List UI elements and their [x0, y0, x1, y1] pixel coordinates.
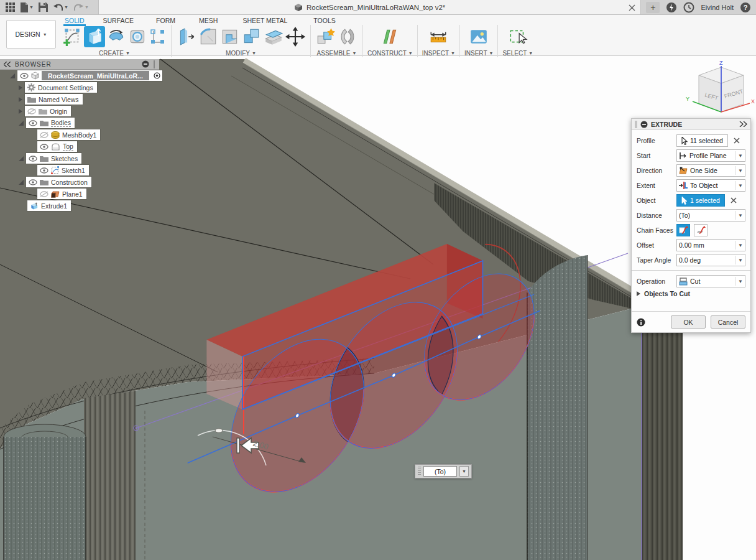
hole-tool-icon[interactable]: [127, 26, 149, 47]
job-status-icon[interactable]: [683, 2, 694, 13]
distance-input[interactable]: (To) ▼: [676, 209, 745, 222]
mesh-cylinder-left[interactable]: [4, 424, 86, 560]
tab-tools[interactable]: TOOLS: [311, 17, 338, 24]
distance-caret-icon[interactable]: ▼: [735, 211, 743, 220]
group-inspect-label[interactable]: INSPECT▼: [422, 50, 455, 57]
combine-icon[interactable]: [241, 26, 262, 47]
object-clear-icon[interactable]: [731, 195, 737, 206]
eye-icon[interactable]: [29, 156, 37, 162]
extensions-icon[interactable]: [666, 2, 677, 13]
revolve-tool-icon[interactable]: [106, 26, 127, 47]
eye-icon[interactable]: [29, 179, 37, 185]
offset-input[interactable]: 0.00 mm ▼: [676, 239, 745, 251]
pattern-tool-icon[interactable]: [149, 28, 167, 45]
file-new-icon[interactable]: ▼: [18, 1, 35, 14]
group-modify-label[interactable]: MODIFY▼: [226, 50, 256, 57]
expand-triangle-icon[interactable]: [10, 73, 15, 78]
tab-form[interactable]: FORM: [154, 17, 178, 24]
expand-triangle-icon[interactable]: [19, 121, 24, 126]
activate-component-radio[interactable]: [152, 71, 162, 80]
redo-icon[interactable]: ▼: [71, 2, 91, 13]
browser-row-sketches[interactable]: Sketches: [0, 152, 159, 164]
tab-mesh[interactable]: MESH: [196, 17, 220, 24]
move-copy-icon[interactable]: [285, 26, 306, 47]
press-pull-icon[interactable]: [176, 26, 197, 47]
operation-caret-icon[interactable]: ▼: [735, 277, 743, 286]
new-component-icon[interactable]: [315, 26, 336, 47]
offset-face-icon[interactable]: [263, 26, 284, 47]
cancel-button[interactable]: Cancel: [711, 315, 745, 329]
group-select-label[interactable]: SELECT▼: [502, 50, 533, 57]
group-construct-label[interactable]: CONSTRUCT▼: [367, 50, 413, 57]
browser-row-origin[interactable]: Origin: [0, 105, 159, 117]
fillet-icon[interactable]: [198, 26, 219, 47]
profile-clear-icon[interactable]: [734, 135, 740, 146]
taper-angle-input[interactable]: 0.0 deg ▼: [676, 254, 745, 266]
measure-icon[interactable]: [428, 26, 449, 47]
joint-icon[interactable]: [337, 26, 358, 47]
extent-select[interactable]: To Object ▼: [676, 179, 745, 192]
eye-off-icon[interactable]: [40, 132, 48, 138]
operation-select[interactable]: Cut ▼: [676, 275, 745, 287]
document-tab[interactable]: RocketScream_MiniUltraLoRaWAN_top v2*: [98, 0, 641, 14]
distance-dropdown-icon[interactable]: ▼: [459, 466, 469, 477]
tab-sheet-metal[interactable]: SHEET METAL: [240, 17, 290, 24]
construction-plane-tool-icon[interactable]: [379, 26, 400, 47]
browser-row-root[interactable]: RocketScream_MiniUltraLoR...: [0, 70, 159, 82]
section-collapsed-triangle-icon[interactable]: [637, 291, 640, 296]
new-tab-icon[interactable]: +: [646, 2, 660, 13]
browser-row-sketch1[interactable]: Sketch1: [0, 164, 159, 176]
browser-row-plane1[interactable]: Plane1: [0, 188, 159, 200]
chain-faces-on-toggle[interactable]: [676, 224, 690, 236]
floating-distance-input[interactable]: ▼: [415, 464, 472, 478]
browser-row-construction[interactable]: Construction: [0, 176, 159, 188]
eye-icon[interactable]: [40, 144, 48, 150]
eye-icon[interactable]: [29, 120, 37, 126]
workspace-switcher[interactable]: DESIGN ▼: [6, 20, 56, 49]
collapsed-triangle-icon[interactable]: [19, 97, 22, 102]
taper-caret-icon[interactable]: ▼: [735, 256, 743, 264]
start-select[interactable]: Profile Plane ▼: [676, 149, 745, 162]
browser-row-top-body[interactable]: Top: [0, 141, 159, 152]
direction-select[interactable]: One Side ▼: [676, 164, 745, 177]
undo-caret-icon[interactable]: ▼: [64, 5, 68, 9]
chain-faces-off-toggle[interactable]: [694, 224, 708, 236]
undo-icon[interactable]: ▼: [51, 2, 70, 13]
user-name[interactable]: Eivind Holt: [701, 4, 734, 11]
ok-button[interactable]: OK: [671, 315, 706, 329]
save-icon[interactable]: [37, 1, 50, 13]
extrude-tool-icon[interactable]: [84, 26, 105, 47]
insert-image-icon[interactable]: [468, 26, 489, 47]
browser-row-document-settings[interactable]: Document Settings: [0, 82, 159, 93]
panel-resize-handle[interactable]: [153, 60, 155, 68]
shell-icon[interactable]: [219, 26, 241, 47]
browser-visibility-icon[interactable]: [142, 60, 149, 68]
browser-row-bodies[interactable]: Bodies: [0, 117, 159, 129]
app-grid-icon[interactable]: [4, 1, 17, 13]
browser-header[interactable]: BROWSER: [0, 59, 159, 70]
browser-row-meshbody1[interactable]: MeshBody1: [0, 129, 159, 141]
expand-triangle-icon[interactable]: [19, 156, 24, 161]
eye-icon[interactable]: [40, 167, 48, 174]
tab-surface[interactable]: SURFACE: [101, 17, 137, 24]
profile-selected-button[interactable]: 11 selected: [676, 134, 728, 147]
dialog-expand-icon[interactable]: [739, 121, 747, 127]
mesh-column-right[interactable]: [527, 255, 588, 560]
drag-grip-icon[interactable]: [418, 467, 421, 476]
browser-row-named-views[interactable]: Named Views: [0, 93, 159, 105]
group-create-label[interactable]: CREATE▼: [99, 50, 130, 57]
group-insert-label[interactable]: INSERT▼: [464, 50, 493, 57]
collapsed-triangle-icon[interactable]: [19, 109, 22, 114]
close-tab-icon[interactable]: [629, 2, 635, 14]
select-tool-icon[interactable]: [507, 26, 528, 47]
info-icon[interactable]: [637, 318, 645, 327]
dialog-titlebar[interactable]: EXTRUDE: [632, 119, 750, 130]
start-caret-icon[interactable]: ▼: [735, 151, 743, 160]
collapsed-triangle-icon[interactable]: [19, 85, 22, 90]
browser-row-extrude1[interactable]: Extrude1: [0, 200, 159, 212]
object-selected-button[interactable]: 1 selected: [676, 194, 725, 207]
expand-triangle-icon[interactable]: [19, 180, 24, 185]
create-sketch-icon[interactable]: [62, 26, 83, 47]
group-assemble-label[interactable]: ASSEMBLE▼: [317, 50, 357, 57]
eye-off-icon[interactable]: [40, 191, 48, 197]
